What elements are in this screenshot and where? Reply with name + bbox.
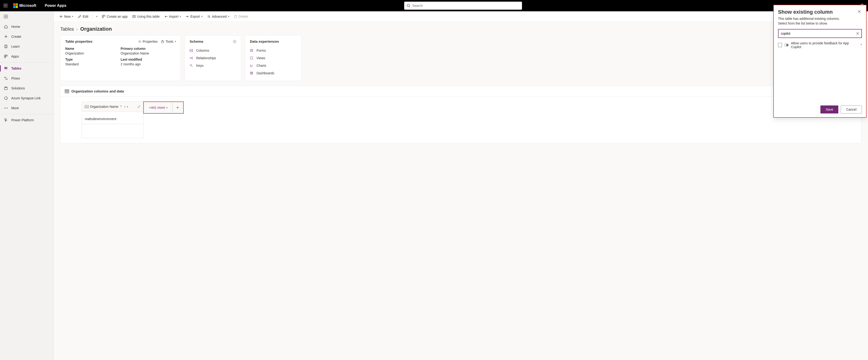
nav-tables[interactable]: Tables xyxy=(0,63,54,73)
svg-line-1 xyxy=(409,6,410,7)
empty-cell[interactable] xyxy=(82,124,144,138)
app-launcher-button[interactable] xyxy=(2,2,9,9)
charts-icon xyxy=(250,64,254,67)
sort-asc-icon: ↑ xyxy=(124,105,126,109)
clear-icon[interactable] xyxy=(856,32,859,35)
platform-icon xyxy=(4,118,8,122)
pencil-icon xyxy=(78,15,81,18)
table-properties-card: Table properties Properties Tools ▾ xyxy=(60,35,181,81)
card-title: Schema xyxy=(190,39,203,44)
brand-text: Microsoft xyxy=(19,3,36,8)
panel-search-input[interactable] xyxy=(781,32,854,35)
panel-description-1: This table has additional existing colum… xyxy=(778,17,862,21)
svg-rect-64 xyxy=(250,57,253,59)
svg-rect-66 xyxy=(252,72,253,73)
cmd-using-table[interactable]: Using this table xyxy=(130,13,162,20)
svg-rect-20 xyxy=(7,68,7,69)
cmd-new[interactable]: New ▾ xyxy=(58,13,75,20)
column-option-row[interactable]: Allow users to provide feedback for App … xyxy=(778,41,862,49)
schema-relationships[interactable]: Relationships xyxy=(190,54,236,62)
chevron-down-icon: ▾ xyxy=(180,15,181,18)
svg-rect-32 xyxy=(104,15,105,16)
more-columns-button[interactable]: +441 more ▾ xyxy=(144,102,173,113)
tools-button[interactable]: Tools ▾ xyxy=(161,39,176,44)
cancel-button[interactable]: Cancel xyxy=(841,106,862,113)
microsoft-logo: Microsoft xyxy=(13,3,36,8)
plus-icon xyxy=(4,34,8,39)
book-icon xyxy=(4,44,8,49)
prop-type-label: Type xyxy=(65,58,121,61)
dexp-charts[interactable]: Charts xyxy=(250,62,297,70)
nav-toggle-button[interactable] xyxy=(0,11,54,22)
more-icon xyxy=(4,106,8,110)
cmd-export[interactable]: Export ▾ xyxy=(184,13,204,20)
nav-label: Azure Synapse Link xyxy=(11,96,41,100)
cmd-edit-split[interactable]: ▾ xyxy=(94,13,99,20)
schema-columns[interactable]: Abc Columns xyxy=(190,47,236,54)
svg-text:Abc: Abc xyxy=(86,106,89,108)
svg-rect-18 xyxy=(4,68,5,69)
nav-solutions[interactable]: Solutions xyxy=(0,83,54,93)
table-icon xyxy=(132,15,136,18)
cmd-advanced[interactable]: Advanced ▾ xyxy=(206,13,231,20)
relationships-icon xyxy=(190,56,194,60)
columns-icon: Abc xyxy=(190,49,194,52)
breadcrumb-root[interactable]: Tables xyxy=(60,26,74,32)
nav-learn[interactable]: Learn xyxy=(0,41,54,51)
edit-pencil-icon[interactable] xyxy=(137,105,141,108)
panel-search-field[interactable] xyxy=(778,29,862,38)
breadcrumb: Tables › Organization xyxy=(54,22,868,35)
nav-flows[interactable]: Flows xyxy=(0,73,54,83)
more-columns-highlight: +441 more ▾ xyxy=(143,102,184,114)
nav-create[interactable]: Create xyxy=(0,32,54,41)
prop-primary-value: Organization Name xyxy=(121,51,176,55)
nav-power-platform[interactable]: Power Platform xyxy=(0,115,54,125)
nav-label: Apps xyxy=(11,55,19,58)
svg-point-53 xyxy=(190,58,191,58)
panel-title: Show existing column xyxy=(778,9,833,15)
nav-synapse[interactable]: Azure Synapse Link xyxy=(0,93,54,103)
column-header-name[interactable]: Abc Organization Name* ↑ ▾ xyxy=(82,102,144,112)
save-button[interactable]: Save xyxy=(820,106,838,113)
global-search[interactable] xyxy=(404,2,522,10)
dexp-views[interactable]: Views xyxy=(250,54,297,62)
sliders-icon xyxy=(207,15,211,18)
breadcrumb-current: Organization xyxy=(80,26,112,32)
svg-point-55 xyxy=(192,58,193,59)
chevron-right-icon: › xyxy=(76,26,78,32)
dexp-dashboards[interactable]: Dashboards xyxy=(250,70,297,77)
properties-button[interactable]: Properties xyxy=(138,39,158,44)
required-indicator: * xyxy=(120,105,122,109)
nav-home[interactable]: Home xyxy=(0,22,54,32)
apps-icon xyxy=(4,54,8,58)
svg-rect-19 xyxy=(6,68,7,69)
info-icon[interactable] xyxy=(233,40,236,43)
svg-point-45 xyxy=(138,40,141,43)
app-title: Power Apps xyxy=(45,3,66,8)
svg-rect-41 xyxy=(235,16,237,18)
svg-rect-16 xyxy=(6,67,7,68)
cmd-import[interactable]: Import ▾ xyxy=(162,13,183,20)
search-input[interactable] xyxy=(412,4,520,7)
prop-modified-label: Last modified xyxy=(121,58,176,61)
checkbox[interactable] xyxy=(778,43,782,47)
schema-card: Schema Abc Columns Relationships Keys xyxy=(185,35,241,81)
prop-modified-value: 2 months ago xyxy=(121,62,176,66)
cmd-delete[interactable]: Delete xyxy=(232,13,250,20)
dexp-forms[interactable]: Forms xyxy=(250,47,297,54)
table-icon xyxy=(65,89,69,93)
add-column-button[interactable] xyxy=(173,102,183,113)
schema-keys[interactable]: Keys xyxy=(190,62,236,70)
nav-label: Power Platform xyxy=(11,118,34,122)
nav-label: More xyxy=(11,106,19,110)
export-icon xyxy=(186,15,189,18)
nav-more[interactable]: More xyxy=(0,103,54,113)
close-button[interactable] xyxy=(857,9,862,14)
cmd-create-app[interactable]: Create an app xyxy=(100,13,129,20)
data-cell[interactable]: mattsdevenvironment xyxy=(82,114,144,124)
cmd-edit[interactable]: Edit xyxy=(76,13,90,20)
svg-point-0 xyxy=(407,4,409,7)
card-title: Table properties xyxy=(65,39,93,44)
data-experiences-card: Data experiences Forms Views Charts Dash… xyxy=(245,35,302,81)
nav-apps[interactable]: Apps xyxy=(0,51,54,61)
